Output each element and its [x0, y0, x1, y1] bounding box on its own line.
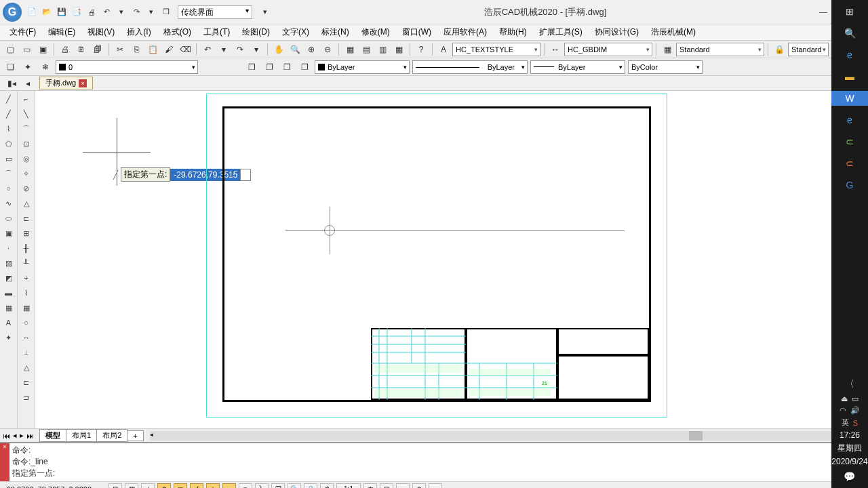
- gradient-icon[interactable]: ◩: [2, 271, 16, 285]
- props-icon[interactable]: ▦: [342, 42, 357, 57]
- tray-ime-label[interactable]: 英: [842, 418, 849, 428]
- qat-redo-icon[interactable]: ↷: [130, 6, 142, 18]
- new-icon[interactable]: ▢: [3, 42, 18, 57]
- menu-ext[interactable]: 扩展工具(S): [534, 25, 588, 39]
- sb-10[interactable]: ⊕: [412, 483, 426, 489]
- mod-4-icon[interactable]: ⊡: [20, 137, 33, 150]
- qat-extra-icon[interactable]: ▾: [259, 6, 271, 18]
- tablestyle-icon[interactable]: ▦: [660, 42, 675, 57]
- win-wps-icon[interactable]: W: [831, 91, 868, 106]
- sb-2[interactable]: ╲: [255, 483, 269, 489]
- tab-add[interactable]: +: [127, 430, 143, 441]
- tablestyle-combo[interactable]: Standard: [676, 43, 764, 56]
- mod-7-icon[interactable]: ⊘: [20, 182, 33, 195]
- layer-b2-icon[interactable]: ❐: [262, 60, 277, 75]
- menu-window[interactable]: 窗口(W): [397, 25, 437, 39]
- dynin-toggle[interactable]: +: [206, 483, 220, 489]
- win-start-icon[interactable]: ⊞: [841, 4, 859, 19]
- lock-icon[interactable]: 🔒: [772, 42, 787, 57]
- tab-layout1[interactable]: 布局1: [66, 429, 97, 442]
- print-icon[interactable]: 🖨: [58, 42, 73, 57]
- table-icon[interactable]: ▦: [391, 42, 406, 57]
- polar-toggle[interactable]: ⊛: [157, 483, 171, 489]
- preview-icon[interactable]: 🗎: [74, 42, 89, 57]
- minimize-button[interactable]: —: [819, 7, 827, 17]
- spline-icon[interactable]: ∿: [2, 197, 16, 210]
- redo-icon[interactable]: ↷: [233, 42, 248, 57]
- drawing-canvas[interactable]: ╱ 指定第一点: -29.6726,79.3515: [35, 91, 868, 428]
- mod-2-icon[interactable]: ╲: [20, 107, 33, 121]
- command-text[interactable]: 命令: 命令:_line 指定第一点:: [9, 443, 856, 481]
- doc-prev-icon[interactable]: ◂: [20, 76, 35, 91]
- menu-haochen[interactable]: 浩辰机械(M): [646, 25, 701, 39]
- dc-icon[interactable]: ▤: [359, 42, 374, 57]
- cut-icon[interactable]: ✂: [113, 42, 127, 57]
- xline-icon[interactable]: ╱: [2, 107, 16, 121]
- menu-dim[interactable]: 标注(N): [316, 25, 355, 39]
- help-icon[interactable]: ?: [414, 42, 429, 57]
- mod-3-icon[interactable]: ⌒: [20, 122, 33, 136]
- pan-icon[interactable]: ✋: [271, 42, 286, 57]
- h-scrollbar[interactable]: [150, 431, 865, 441]
- mtext-icon[interactable]: A: [2, 316, 16, 329]
- dimstyle-combo[interactable]: HC_GBDIM: [564, 43, 652, 56]
- lineweight-combo[interactable]: ByLayer: [530, 60, 625, 74]
- qat-undo-icon[interactable]: ↶: [100, 6, 113, 18]
- lwt-toggle[interactable]: ▬: [222, 483, 236, 489]
- menu-insert[interactable]: 插入(I): [121, 25, 156, 39]
- grid-toggle[interactable]: ▦: [125, 483, 138, 489]
- region-icon[interactable]: ▬: [2, 286, 16, 300]
- layer-combo[interactable]: 0: [56, 60, 198, 74]
- menu-view[interactable]: 视图(V): [82, 25, 120, 39]
- mod-8-icon[interactable]: △: [20, 197, 33, 210]
- menu-collab[interactable]: 协同设计(G): [589, 25, 644, 39]
- menu-text[interactable]: 文字(X): [277, 25, 315, 39]
- qat-new-icon[interactable]: 📄: [26, 6, 38, 18]
- win-edge-icon[interactable]: e: [841, 47, 859, 62]
- match-icon[interactable]: 🖌: [161, 42, 176, 57]
- qat-saveas-icon[interactable]: 📑: [71, 6, 83, 18]
- menu-modify[interactable]: 修改(M): [356, 25, 395, 39]
- paste-icon[interactable]: 📋: [145, 42, 160, 57]
- tray-battery-icon[interactable]: ▭: [852, 394, 859, 403]
- qat-open-icon[interactable]: 📂: [41, 6, 53, 18]
- win-app1-icon[interactable]: ⊂: [841, 134, 859, 149]
- sb-6[interactable]: ⚙: [320, 483, 334, 489]
- mod-19-icon[interactable]: △: [20, 361, 33, 374]
- line-icon[interactable]: ╱: [2, 92, 16, 106]
- tray-volume-icon[interactable]: 🔊: [850, 406, 860, 415]
- publish-icon[interactable]: 🗐: [90, 42, 105, 57]
- menu-edit[interactable]: 编辑(E): [43, 25, 81, 39]
- zoom-prev-icon[interactable]: ⊖: [320, 42, 335, 57]
- win-app2-icon[interactable]: ⊂: [841, 156, 859, 171]
- ellipse-icon[interactable]: ⬭: [2, 211, 16, 225]
- doc-first-icon[interactable]: ▮◂: [4, 76, 19, 91]
- qat-print-icon[interactable]: 🖨: [85, 6, 98, 18]
- osnap-toggle[interactable]: ◻: [174, 483, 187, 489]
- tray-expand-icon[interactable]: 〈: [841, 377, 859, 392]
- snap-toggle[interactable]: ⊞: [108, 483, 122, 489]
- menu-help[interactable]: 帮助(H): [494, 25, 532, 39]
- menu-app[interactable]: 应用软件(A): [438, 25, 492, 39]
- qat-dropdown-icon[interactable]: ▾: [115, 6, 127, 18]
- zoom-rt-icon[interactable]: 🔍: [288, 42, 302, 57]
- document-tab[interactable]: 手柄.dwg ×: [39, 77, 93, 89]
- cmdwin-close-icon[interactable]: ×: [0, 443, 9, 481]
- sb-7[interactable]: ⚖: [363, 483, 377, 489]
- addsel-icon[interactable]: ✦: [2, 331, 16, 344]
- mod-20-icon[interactable]: ⊏: [20, 375, 33, 389]
- qat-dropdown2-icon[interactable]: ▾: [145, 6, 157, 18]
- layer-states-icon[interactable]: ✦: [20, 60, 35, 75]
- sb-8[interactable]: ⊡: [380, 483, 393, 489]
- open-icon[interactable]: ▭: [19, 42, 34, 57]
- tray-wifi-icon[interactable]: ◠: [840, 406, 846, 415]
- menu-format[interactable]: 格式(O): [158, 25, 197, 39]
- mod-15-icon[interactable]: ▦: [20, 301, 33, 314]
- menu-draw[interactable]: 绘图(D): [237, 25, 275, 39]
- textstyle-combo[interactable]: HC_TEXTSTYLE: [452, 43, 540, 56]
- sb-5[interactable]: 🔒: [304, 483, 317, 489]
- layer-props-icon[interactable]: ❏: [3, 60, 18, 75]
- mod-13-icon[interactable]: +: [20, 271, 33, 285]
- tray-notify-icon[interactable]: 💬: [841, 469, 859, 484]
- scale-display[interactable]: 1:1: [336, 483, 361, 489]
